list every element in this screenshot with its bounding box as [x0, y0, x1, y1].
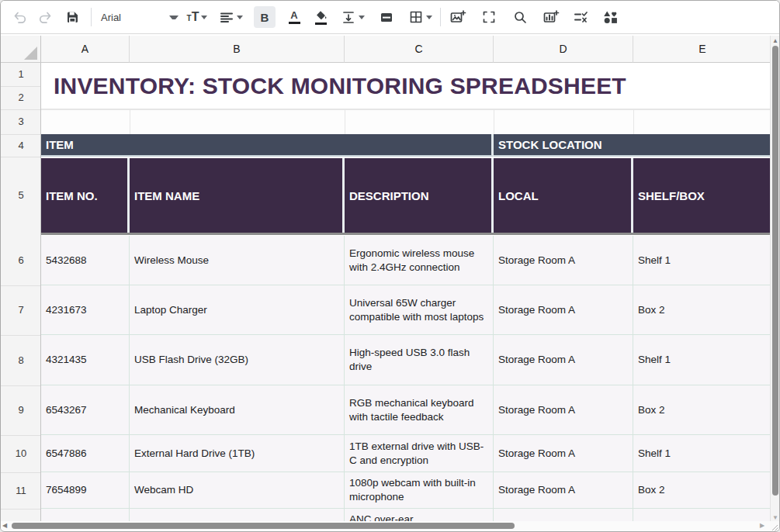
cell-item-name[interactable]: Mechanical Keyboard [130, 385, 345, 435]
font-family-select[interactable]: Arial [98, 6, 179, 28]
text-color-button[interactable]: A [283, 6, 305, 28]
chevron-down-icon [169, 16, 179, 19]
undo-button[interactable] [9, 6, 30, 28]
data-validation-icon [573, 9, 588, 25]
cell-local[interactable]: Storage Room A [494, 472, 633, 509]
merge-cells-button[interactable] [376, 6, 397, 28]
sheet-title-cell[interactable]: INVENTORY: STOCK MONITORING SPREADSHEET [41, 63, 771, 109]
search-button[interactable] [509, 6, 531, 28]
bold-icon: B [261, 11, 269, 24]
cell-item-name[interactable]: External Hard Drive (1TB) [130, 435, 345, 472]
select-all-corner[interactable] [1, 36, 41, 63]
frozen-row-divider[interactable] [41, 233, 771, 235]
column-header-c[interactable]: C [345, 36, 494, 63]
cell-item-no[interactable]: 5432688 [41, 236, 130, 285]
row-number[interactable]: 8 [1, 335, 41, 385]
horizontal-scrollbar-thumb[interactable] [12, 523, 515, 529]
shapes-button[interactable] [599, 6, 621, 28]
cell-item-no[interactable]: 6547886 [41, 435, 130, 472]
search-icon [512, 9, 528, 25]
fill-color-button[interactable] [310, 6, 331, 28]
data-validation-button[interactable] [570, 6, 591, 28]
header-shelf-box[interactable]: SHELF/BOX [633, 158, 771, 233]
scroll-up-icon[interactable]: ▲ [772, 38, 778, 44]
column-header-e[interactable]: E [633, 36, 771, 63]
horizontal-scrollbar[interactable]: ◀ ▶ [1, 521, 771, 530]
row-number[interactable]: 1 [1, 63, 41, 86]
cell-description[interactable]: Ergonomic wireless mouse with 2.4GHz con… [345, 236, 494, 285]
shapes-icon [602, 9, 618, 25]
cell-shelf-box[interactable]: Box 2 [633, 285, 771, 335]
cell-item-name[interactable]: USB Flash Drive (32GB) [130, 335, 345, 385]
font-size-button[interactable]: TT [186, 6, 208, 28]
section-header-item[interactable]: ITEM [41, 134, 494, 157]
row-number[interactable]: 3 [1, 109, 41, 134]
gridline [345, 109, 345, 134]
gridline [41, 109, 771, 110]
fullscreen-button[interactable] [478, 6, 500, 28]
column-header-a[interactable]: A [41, 36, 130, 63]
horizontal-align-button[interactable] [219, 6, 243, 28]
row-number[interactable]: 4 [1, 134, 41, 157]
bold-button[interactable]: B [254, 6, 276, 28]
scroll-right-icon[interactable]: ▶ [760, 523, 764, 529]
cell-shelf-box[interactable]: Shelf 1 [633, 236, 771, 285]
row-number[interactable]: 10 [1, 435, 41, 472]
cell-local[interactable]: Storage Room A [494, 435, 633, 472]
cell-local[interactable]: Storage Room A [494, 335, 633, 385]
cell-item-name[interactable]: Laptop Charger [130, 285, 345, 335]
gridline [130, 109, 130, 134]
row-number[interactable]: 9 [1, 385, 41, 435]
column-header-d[interactable]: D [494, 36, 633, 63]
cell-item-no[interactable]: 4231673 [41, 285, 130, 335]
cell-description[interactable]: 1080p webcam with built-in microphone [345, 472, 494, 509]
font-family-value: Arial [98, 12, 121, 23]
cell-local[interactable]: Storage Room A [494, 236, 633, 285]
row-number[interactable]: 7 [1, 285, 41, 335]
redo-button[interactable] [35, 6, 57, 28]
cell-shelf-box[interactable]: Box 2 [633, 385, 771, 435]
cell-item-name[interactable]: Wireless Mouse [130, 236, 345, 285]
chevron-down-icon [201, 16, 207, 19]
cell-shelf-box[interactable]: Box 2 [633, 472, 771, 509]
cell-description[interactable]: High-speed USB 3.0 flash drive [345, 335, 494, 385]
cell-shelf-box[interactable]: Shelf 1 [633, 435, 771, 472]
cell-item-no[interactable]: 4321435 [41, 335, 130, 385]
column-header-b[interactable]: B [130, 36, 345, 63]
vertical-align-button[interactable] [341, 6, 365, 28]
borders-button[interactable] [408, 6, 432, 28]
header-item-no[interactable]: ITEM NO. [41, 158, 130, 233]
insert-image-button[interactable] [447, 6, 469, 28]
spreadsheet-app-window: Arial TT B A [0, 0, 780, 532]
header-local[interactable]: LOCAL [494, 158, 633, 233]
cell-local[interactable]: Storage Room A [494, 285, 633, 335]
table-row: 6543267 Mechanical Keyboard RGB mechanic… [41, 385, 771, 435]
row-number[interactable]: 6 [1, 236, 41, 285]
scroll-down-icon[interactable]: ▼ [772, 515, 778, 521]
cell-local[interactable]: Storage Room A [494, 385, 633, 435]
vertical-scrollbar-thumb[interactable] [772, 46, 778, 496]
vertical-scrollbar[interactable]: ▲ ▼ [770, 36, 779, 530]
header-item-name[interactable]: ITEM NAME [130, 158, 345, 233]
resize-grip[interactable] [770, 521, 779, 530]
cell-item-no[interactable]: 7654899 [41, 472, 130, 509]
cell-item-name[interactable]: Webcam HD [130, 472, 345, 509]
toolbar: Arial TT B A [1, 1, 779, 34]
scroll-left-icon[interactable]: ◀ [2, 523, 7, 529]
row-number[interactable]: 5 [1, 158, 41, 233]
save-icon [64, 9, 80, 25]
insert-chart-button[interactable] [540, 6, 562, 28]
section-header-stock-location[interactable]: STOCK LOCATION [494, 134, 771, 157]
header-description[interactable]: DESCRIPTION [345, 158, 494, 233]
cell-description[interactable]: RGB mechanical keyboard with tactile fee… [345, 385, 494, 435]
row-number[interactable]: 11 [1, 472, 41, 509]
cell-item-no[interactable]: 6543267 [41, 385, 130, 435]
row-number[interactable]: 2 [1, 86, 41, 109]
insert-image-icon [449, 9, 466, 25]
horizontal-align-icon [219, 9, 234, 25]
resize-grip-icon [770, 523, 779, 532]
cell-shelf-box[interactable]: Shelf 1 [633, 335, 771, 385]
cell-description[interactable]: Universal 65W charger compatible with mo… [345, 285, 494, 335]
save-button[interactable] [61, 6, 83, 28]
cell-description[interactable]: 1TB external drive with USB-C and encryp… [345, 435, 494, 472]
